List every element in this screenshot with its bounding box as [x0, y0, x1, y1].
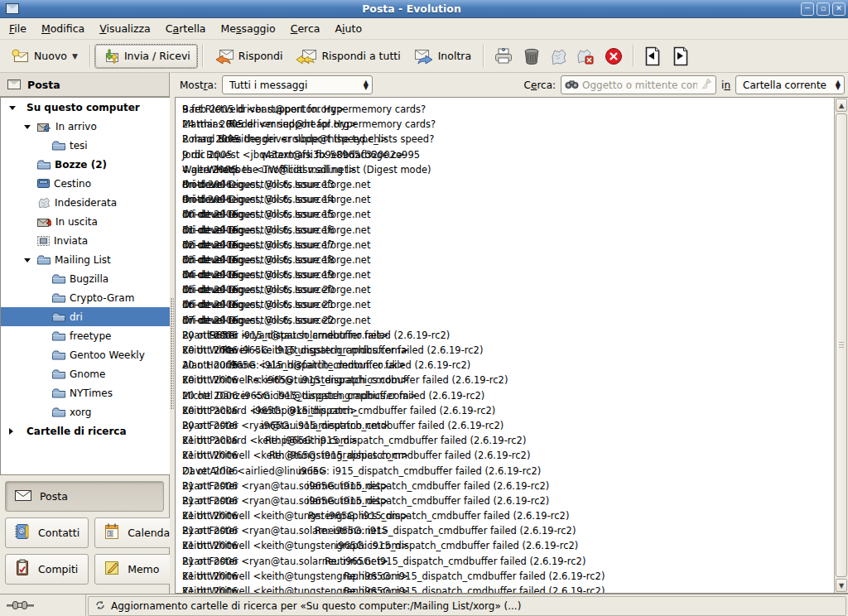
expander-open-icon[interactable] [24, 125, 31, 129]
message-row-text-layer: 20 ott 2006 [182, 403, 238, 418]
message-row[interactable]: Keith Whitwell <keith@tungstengraphics.c… [182, 584, 834, 593]
folder-nytimes[interactable]: NYTimes [1, 383, 170, 402]
message-row[interactable]: Ryan Foster <ryan@tau.solarneutrino.net>… [182, 554, 834, 569]
stop-button[interactable] [600, 44, 628, 69]
message-row[interactable]: Keith Whitwell <keith@tungstengraphics.c… [182, 373, 834, 387]
folder-dri[interactable]: dri [1, 307, 170, 326]
message-row[interactable]: Keith Whitwell <keith@tungstengraphics.c… [182, 448, 834, 463]
switcher-compiti-button[interactable]: Compiti [5, 554, 89, 585]
reply-all-button[interactable]: Rispondi a tutti [289, 45, 407, 68]
folder-indesiderata[interactable]: Indesiderata [1, 193, 170, 212]
filter-dropdown[interactable]: Tutti i messaggi ▲▼ [222, 75, 373, 94]
switcher-contatti-button[interactable]: @ Contatti [5, 517, 89, 548]
switcher-posta-button[interactable]: Posta [5, 481, 164, 512]
message-row[interactable]: dri-devel-request@lists.sourceforge.net9… [182, 192, 834, 207]
folder-cartelle-di-ricerca[interactable]: Cartelle di ricerca [1, 421, 170, 440]
folder-in-arrivo[interactable]: In arrivo [1, 117, 170, 136]
message-row[interactable]: dri-devel-request@lists.sourceforge.net1… [182, 207, 834, 222]
menu-item-file[interactable]: File [2, 19, 34, 38]
message-row[interactable]: dri-devel-request@lists.sourceforge.net8… [182, 177, 834, 192]
message-row[interactable]: Keith Whitwell <keith@tungstengraphics.c… [182, 508, 834, 523]
vertical-scrollbar[interactable]: ▲ ▼ [834, 98, 848, 593]
message-row[interactable]: Keith Whitwell <keith@tungstengraphics.c… [182, 343, 834, 358]
message-row[interactable]: dri-devel-request@lists.sourceforge.net1… [182, 253, 834, 267]
message-row-text-layer: 21 ott 2006 [182, 538, 238, 553]
folder-xorg[interactable]: xorg [1, 402, 170, 421]
message-row[interactable]: Alan Hourihane <alanh@fairlite.demon.co.… [182, 358, 834, 373]
folder-freetype[interactable]: freetype [1, 326, 170, 345]
message-row[interactable]: Ryan Foster <ryan@tau.solarneutrino.net>… [182, 418, 834, 433]
folder-crypto-gram[interactable]: Crypto-Gram [1, 288, 170, 307]
folder-mailing-list[interactable]: Mailing List [1, 250, 170, 269]
message-row-text-layer: 20 ott 2006 [182, 418, 238, 433]
junk-button[interactable] [545, 45, 571, 68]
folder-bugzilla[interactable]: Bugzilla [1, 269, 170, 288]
message-row[interactable]: Keith Packard <keithp@keithp.com>21 ott … [182, 433, 834, 448]
expander-open-icon[interactable] [9, 106, 16, 110]
message-row-text-layer: 20 ott 2006 [182, 373, 238, 387]
folder-gentoo-weekly[interactable]: Gentoo Weekly [1, 345, 170, 364]
message-row[interactable]: dri-devel-request@lists.sourceforge.net1… [182, 238, 834, 253]
toolbar-separator [89, 45, 90, 67]
thumb-grip-icon [839, 342, 844, 349]
close-button[interactable]: ✕ [832, 2, 846, 16]
new-message-button[interactable]: Nuovo ▼ [5, 45, 84, 67]
menu-item-cerca[interactable]: Cerca [283, 19, 328, 38]
forward-button[interactable]: Inoltra [407, 45, 478, 68]
expander-open-icon[interactable] [24, 258, 31, 262]
message-row[interactable]: dri-devel-request@lists.sourceforge.net1… [182, 297, 834, 312]
message-row[interactable]: Keith Whitwell <keith@tungstengraphics.c… [182, 569, 834, 584]
folder-in-uscita[interactable]: In uscita [1, 212, 170, 231]
search-binoculars-icon [565, 79, 579, 92]
previous-message-button[interactable] [638, 43, 667, 70]
scroll-up-button[interactable]: ▲ [836, 99, 847, 112]
scroll-down-button[interactable]: ▼ [836, 579, 847, 592]
menu-item-aiuto[interactable]: Aiuto [328, 19, 370, 38]
online-status[interactable] [0, 594, 86, 616]
folder-inviata[interactable]: Inviata [1, 231, 170, 250]
message-row[interactable]: dri-devel-request@lists.sourceforge.net1… [182, 313, 834, 328]
message-row[interactable]: Ryan Foster <ryan@tau.solarneutrino.net>… [182, 523, 834, 538]
expander-closed-icon[interactable] [9, 428, 13, 435]
message-row[interactable]: Keith Whitwell <keith@tungstengraphics.c… [182, 538, 834, 553]
toolbar: Nuovo ▼ Invia / Ricevi Rispondi Rispondi… [0, 40, 848, 73]
folder-gnome[interactable]: Gnome [1, 364, 170, 383]
next-message-button[interactable] [667, 43, 695, 70]
message-row[interactable]: Dave Airlie <airlied@linux.ie>21 ott 200… [182, 464, 834, 479]
search-input[interactable] [582, 79, 697, 91]
message-row[interactable]: Matthias Riedel <mried@heapl.org>24 mar … [182, 117, 834, 132]
minimize-button[interactable]: ─ [801, 2, 814, 16]
menu-item-cartella[interactable]: Cartella [158, 19, 214, 38]
folder-bozze-2-[interactable]: Bozze (2) [1, 155, 170, 174]
send-receive-button[interactable]: Invia / Ricevi [95, 45, 197, 68]
message-row[interactable]: dri-devel-request@lists.sourceforge.net1… [182, 267, 834, 282]
message-row[interactable]: Bart Rietveld <bart@penton.org>9 feb 200… [182, 102, 834, 117]
message-row[interactable]: Ryan Foster <ryan@tau.solarneutrino.net>… [182, 328, 834, 343]
pane-splitter[interactable] [170, 73, 175, 594]
folder-cestino[interactable]: Cestino [1, 174, 170, 193]
clear-search-broom-icon[interactable] [701, 78, 712, 92]
message-row[interactable]: Walter Heqbes <TW@lidtsv.sdl.net>4 gen 2… [182, 162, 834, 177]
message-row[interactable]: Ryan Foster <ryan@tau.solarneutrino.net>… [182, 493, 834, 508]
not-junk-button[interactable] [571, 45, 600, 68]
message-row[interactable]: dri-devel-request@lists.sourceforge.net1… [182, 223, 834, 238]
menu-item-modifica[interactable]: Modifica [34, 19, 92, 38]
scrollbar-thumb[interactable] [836, 113, 847, 577]
message-row[interactable]: dri-devel-request@lists.sourceforge.net1… [182, 282, 834, 297]
print-button[interactable] [489, 45, 518, 68]
message-row[interactable]: Keith Packard <keithp@keithp.com>20 ott … [182, 403, 834, 418]
delete-button[interactable] [518, 45, 545, 68]
message-row[interactable]: Ryan Foster <ryan@tau.solarneutrino.net>… [182, 479, 834, 493]
message-row[interactable]: Michel Dänzer <michel@tungstengraphics.c… [182, 388, 834, 403]
titlebar[interactable]: Posta - Evolution ─ ▫ ✕ [0, 0, 848, 18]
folder-su-questo-computer[interactable]: Su questo computer [1, 98, 170, 117]
menu-item-messaggio[interactable]: Messaggio [214, 19, 283, 38]
folder-label: tesi [70, 140, 88, 152]
message-row[interactable]: Roland Scheidegger <rolbde@hispeed.ch>2 … [182, 132, 834, 147]
menu-item-visualizza[interactable]: Visualizza [92, 19, 158, 38]
message-row[interactable]: Jordi Bquest <jbq43axt@fsi3b9e0bdafb6ge.… [182, 147, 834, 162]
maximize-button[interactable]: ▫ [817, 2, 830, 16]
folder-tesi[interactable]: tesi [1, 136, 170, 155]
reply-button[interactable]: Rispondi [208, 45, 290, 68]
search-scope-dropdown[interactable]: Cartella corrente ▲▼ [735, 75, 845, 94]
